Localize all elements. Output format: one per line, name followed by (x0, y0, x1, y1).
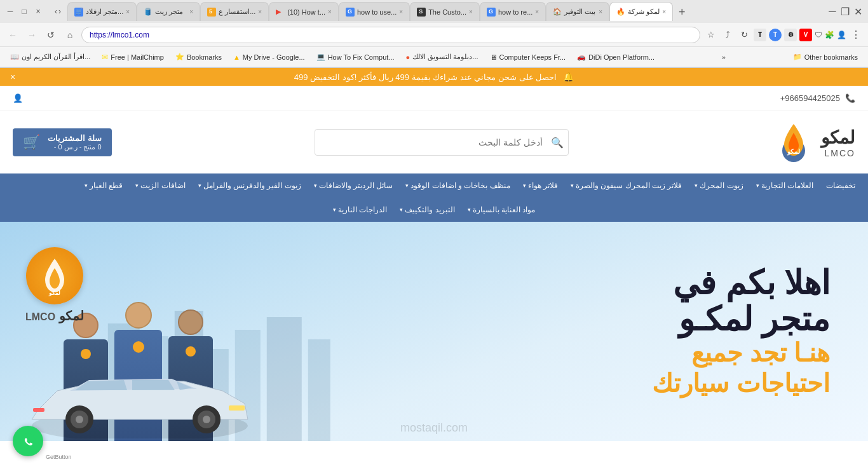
nav-item-discounts[interactable]: تخفيضات (820, 173, 862, 198)
search-input[interactable] (315, 129, 569, 156)
tab-close-3[interactable]: × (258, 8, 262, 15)
bookmark-marketing[interactable]: ● دبلومة التسويق الالك... (401, 51, 484, 63)
bookmark-label-8: DiDi Open Platform... (588, 53, 654, 61)
nav-item-fuel-additives[interactable]: منظف بخاخات و اضافات الوقود ▾ (399, 173, 516, 198)
title-bar: ─ □ × ‹› 🛒 متجر ازفلاد... × 🛢️ متجر زيت … (0, 0, 868, 23)
nav-item-spare-parts[interactable]: قطع الغيار ▾ (78, 173, 129, 198)
puzzle-icon[interactable]: 🧩 (825, 31, 834, 39)
tab-close-2[interactable]: × (189, 8, 193, 15)
browser-tab-4[interactable]: ▶ (10) How t... × (269, 2, 339, 21)
search-area: 🔍 (315, 129, 569, 156)
bookmark-label-4: My Drive - Google... (243, 53, 305, 61)
nav-item-motorcycles[interactable]: الدراجات النارية ▾ (327, 198, 393, 222)
nav-item-engine-oils[interactable]: زيوت المحرك ▾ (688, 173, 749, 198)
nav-item-cooling[interactable]: التبريد والتكييف ▾ (393, 198, 461, 222)
browser-tab-5[interactable]: G how to use... × (339, 2, 410, 21)
cart-price: 0 منتج - ر.س 0 - (48, 143, 102, 151)
hero-subtitle-2: احتياجات سيارتك (652, 368, 830, 398)
new-tab-button[interactable]: + (673, 3, 691, 21)
tab-close-7[interactable]: × (535, 8, 539, 15)
minimize-button[interactable]: ─ (5, 6, 15, 17)
bookmark-mailchimp[interactable]: ✉ Free | MailChimp (97, 51, 169, 64)
window-right-controls: ─ ❐ ✕ (827, 6, 863, 17)
worker-3-logo (186, 346, 196, 357)
bookmark-didi[interactable]: 🚗 DiDi Open Platform... (572, 51, 660, 63)
menu-icon[interactable]: ⋮ (849, 28, 863, 42)
nav-arrow-gear: ▾ (198, 182, 201, 189)
close-button[interactable]: × (33, 6, 43, 17)
win-minimize[interactable]: ─ (827, 6, 837, 17)
cart-button[interactable]: سلة المشتريات 0 منتج - ر.س 0 - 🛒 (13, 128, 112, 156)
maximize-button[interactable]: □ (19, 6, 29, 17)
cart-icon: 🛒 (23, 134, 40, 151)
bookmark-other[interactable]: 📁 Other bookmarks (788, 51, 863, 63)
bookmark-drive[interactable]: ▲ My Drive - Google... (228, 51, 310, 63)
hero-subtitle-1: هنـا تجد جميع (652, 337, 830, 368)
browser-tab-6[interactable]: S The Custo... × (410, 2, 480, 21)
logo-area[interactable]: لمكو لمكو LMCO (771, 119, 855, 166)
bookmark-computer-keeps[interactable]: 🖥 Computer Keeps Fr... (485, 51, 571, 63)
tab-label-7: how to re... (498, 8, 532, 16)
svg-rect-9 (308, 339, 330, 441)
ext-icon-2[interactable]: T (769, 29, 782, 41)
search-button[interactable]: 🔍 (551, 137, 564, 149)
share-icon[interactable]: ⤴ (721, 28, 735, 42)
nav-arrow-cooling: ▾ (400, 207, 403, 213)
toolbar-icons: ☆ ⤴ ↻ T T ⚙ V 🛡 🧩 👤 ⋮ (704, 28, 863, 42)
home-button[interactable]: ⌂ (62, 27, 78, 43)
browser-tab-8[interactable]: 🏠 بيت التوفير × (546, 2, 609, 21)
browser-tab-3[interactable]: 5 استفسار ع... × (200, 2, 269, 21)
nav-item-air-filters[interactable]: فلاتر هواء ▾ (517, 173, 564, 198)
tab-close-1[interactable]: × (126, 8, 130, 15)
tab-close-5[interactable]: × (399, 8, 403, 15)
ext-icon-4[interactable]: V (799, 29, 812, 41)
bookmark-computer-fix[interactable]: 💻 How To Fix Comput... (311, 51, 400, 63)
logo-brand-latin: LMCO (821, 148, 855, 158)
tab-close-6[interactable]: × (469, 8, 473, 15)
bookmark-bookmarks[interactable]: ⭐ Bookmarks (170, 51, 227, 63)
forward-button[interactable]: → (24, 27, 39, 43)
win-restore[interactable]: ❐ (840, 6, 850, 17)
hero-logo-text: لمكو LMCO (25, 308, 84, 323)
nav-item-gear-oils[interactable]: زيوت القير والدفرنس والفرامل ▾ (192, 173, 308, 198)
nav-item-oil-filters[interactable]: فلاتر زيت المحرك سيفون والصرة ▾ (564, 173, 688, 198)
refresh-icon[interactable]: ↻ (737, 28, 751, 42)
bookmarks-more-button[interactable]: » (718, 51, 729, 63)
back-button[interactable]: ← (5, 27, 20, 43)
browser-tab-1[interactable]: 🛒 متجر ازفلاد... × (67, 2, 137, 21)
hero-text-content: اهلا بكم في متجر لمكـو هنـا تجد جميع احت… (652, 264, 830, 398)
win-close[interactable]: ✕ (853, 6, 863, 17)
bookmark-quran[interactable]: 📖 اقرأ القرآن الكريم اون... (5, 51, 95, 63)
nav-row-2: مواد العناية بالسيارة ▾ التبريد والتكييف… (0, 198, 868, 222)
bookmark-label-6: دبلومة التسويق الالك... (412, 53, 478, 61)
utility-user[interactable]: 👤 (13, 93, 23, 103)
profile-icon[interactable]: 👤 (837, 31, 846, 39)
browser-tab-7[interactable]: G how to re... × (480, 2, 546, 21)
browser-tab-2[interactable]: 🛢️ متجر زيت × (137, 2, 200, 21)
logo-text: لمكو (771, 119, 816, 166)
tab-close-8[interactable]: × (599, 8, 602, 15)
notification-text: احصل على شحن مجاني عند شراءك بقيمة 499 ر… (294, 72, 557, 82)
hero-car-area (19, 356, 261, 441)
browser-tab-9-active[interactable]: 🔥 لمكو شركة × (609, 2, 673, 21)
tab-close-4[interactable]: × (328, 8, 332, 15)
bookmark-favicon-6: ● (406, 53, 410, 61)
tab-label-3: استفسار ع... (219, 8, 255, 16)
nav-item-brands[interactable]: العلامات التجارية ▾ (750, 173, 820, 198)
ext-icon-1[interactable]: T (754, 29, 766, 41)
notification-close-button[interactable]: × (10, 72, 15, 82)
nav-item-radiator[interactable]: سائل الرديتر والاضافات ▾ (308, 173, 400, 198)
tab-close-9[interactable]: × (662, 8, 666, 15)
bookmark-star-icon[interactable]: ☆ (704, 28, 718, 42)
nav-item-car-care[interactable]: مواد العناية بالسيارة ▾ (461, 198, 542, 222)
ext-icon-3[interactable]: ⚙ (784, 29, 797, 41)
nav-item-oil-additives[interactable]: اضافات الزيت ▾ (129, 173, 191, 198)
url-input[interactable] (81, 27, 700, 43)
shield-icon[interactable]: 🛡 (815, 31, 822, 39)
browser-frame: ─ □ × ‹› 🛒 متجر ازفلاد... × 🛢️ متجر زيت … (0, 0, 868, 68)
tab-scroll-arrows[interactable]: ‹› (51, 7, 65, 16)
svg-text:لمكو: لمكو (787, 148, 800, 156)
reload-button[interactable]: ↺ (43, 27, 58, 43)
nav-arrow-additives: ▾ (135, 182, 139, 189)
website-content: × 🔔 احصل على شحن مجاني عند شراءك بقيمة 4… (0, 68, 868, 441)
